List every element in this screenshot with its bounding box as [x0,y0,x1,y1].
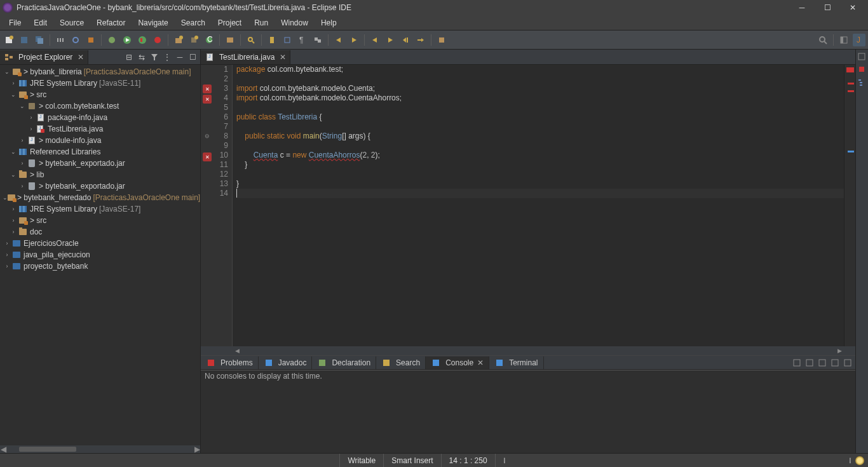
tree-item[interactable]: ⌄> col.com.bytebank.test [0,100,200,112]
minimize-icon[interactable] [830,358,840,368]
collapse-all-icon[interactable]: ⊟ [124,52,134,62]
tree-item[interactable]: ›> bytebank_exportado.jar [0,180,200,192]
menu-edit[interactable]: Edit [27,17,53,29]
error-marker-icon[interactable]: ✕ [203,152,212,161]
new-class-button[interactable]: C [203,34,215,46]
close-icon[interactable]: ✕ [78,53,84,62]
chevron-down-icon[interactable]: ⌄ [9,170,18,179]
display-console-icon[interactable] [804,358,815,368]
chevron-right-icon[interactable]: › [18,182,27,191]
chevron-right-icon[interactable]: › [18,136,27,145]
menu-run[interactable]: Run [248,17,275,29]
code-line[interactable]: Cuenta c = new CuentaAhorros(2, 2); [236,151,844,160]
next-annotation-button[interactable] [348,34,360,46]
editor-hscrollbar[interactable]: ◀ ▶ [201,346,855,355]
run-button[interactable] [121,34,133,46]
chevron-right-icon[interactable]: › [27,125,36,133]
menu-file[interactable]: File [3,17,27,29]
chevron-right-icon[interactable]: › [27,113,36,122]
new-button[interactable] [3,34,15,46]
chevron-right-icon[interactable]: › [9,227,18,236]
project-explorer-tab[interactable]: Project Explorer ✕ [0,50,88,64]
maximize-button[interactable]: ☐ [815,0,840,15]
toggle-mark-button[interactable] [266,34,278,46]
goto-button[interactable] [414,34,427,46]
menu-project[interactable]: Project [212,17,248,29]
tree-item[interactable]: ›JRE System Library [JavaSE-11] [0,78,200,89]
open-console-icon[interactable] [817,358,827,368]
overview-ruler[interactable] [844,65,855,346]
tree-item[interactable]: ›> module-info.java [0,135,200,146]
chevron-right-icon[interactable]: › [9,216,18,225]
maximize-view-icon[interactable]: ☐ [187,52,198,62]
tree-item[interactable]: ›EjerciciosOracle [0,238,200,249]
maximize-icon[interactable] [843,358,853,368]
tree-item[interactable]: ⌄Referenced Libraries [0,146,200,158]
tree-item[interactable]: ›> src [0,215,200,226]
menu-search[interactable]: Search [175,17,212,29]
new-java-proj-button[interactable] [172,34,185,46]
code-line[interactable] [236,103,844,112]
chevron-down-icon[interactable]: ⌄ [18,102,27,111]
minimize-view-icon[interactable]: ─ [175,52,185,62]
filter-icon[interactable] [149,52,159,62]
code-line[interactable]: } [236,160,844,170]
chevron-right-icon[interactable]: › [9,79,18,88]
save-button[interactable] [18,34,31,46]
code-line[interactable] [236,170,844,179]
minimize-button[interactable]: ─ [789,0,815,15]
chevron-right-icon[interactable]: › [3,262,11,271]
bottom-tab-declaration[interactable]: Declaration [312,356,376,369]
pin-console-icon[interactable] [792,358,802,368]
bottom-tab-terminal[interactable]: Terminal [489,356,543,369]
fold-icon[interactable]: ⊖ [201,133,214,142]
tree-item[interactable]: ⌄> lib [0,169,200,180]
new-package-button[interactable] [187,34,200,46]
coverage-button[interactable] [136,34,149,46]
menu-window[interactable]: Window [275,17,315,29]
menu-source[interactable]: Source [53,17,90,29]
tree-item[interactable]: ⌄> bybank_libreria [PracticasJavaOracleO… [0,66,200,78]
chevron-right-icon[interactable]: › [9,205,18,213]
line-gutter[interactable]: 1234567891011121314 [214,65,233,346]
bottom-tab-problems[interactable]: Problems [201,356,259,369]
scroll-left-icon[interactable]: ◀ [233,348,241,354]
view-menu-icon[interactable]: ⋮ [162,52,172,62]
scrollbar-thumb[interactable] [19,447,76,452]
tree-item[interactable]: ›package-info.java [0,112,200,123]
last-edit-button[interactable] [399,34,412,46]
error-marker-icon[interactable]: ✕ [203,95,212,104]
code-line[interactable] [236,122,844,132]
code-line[interactable]: import col.com.bytebank.modelo.CuentaAho… [236,93,844,103]
forward-button[interactable] [384,34,397,46]
status-menu-icon[interactable]: ⁞ [849,456,851,465]
code-line[interactable]: import col.com.bytebank.modelo.Cuenta; [236,84,844,93]
code-line[interactable]: public class TestLibreria { [236,112,844,122]
code-editor[interactable]: package col.com.bytebank.test;import col… [233,65,844,346]
task-list-icon[interactable] [857,65,867,75]
close-button[interactable]: ✕ [840,0,865,15]
java-perspective-button[interactable]: J [853,34,865,46]
save-all-button[interactable] [33,34,46,46]
code-line[interactable] [236,141,844,151]
link-editor-button[interactable] [311,34,324,46]
code-line[interactable]: } [236,179,844,189]
explorer-hscrollbar[interactable]: ◀▶ [0,445,200,453]
close-icon[interactable]: ✕ [477,358,484,367]
menu-navigate[interactable]: Navigate [132,17,174,29]
back-button[interactable] [369,34,381,46]
tree-item[interactable]: ›doc [0,226,200,238]
tree-item[interactable]: ›java_pila_ejecucion [0,249,200,261]
restore-view-icon[interactable] [857,52,867,62]
outline-icon[interactable] [857,78,867,88]
search-button[interactable] [245,34,257,46]
bottom-tab-javadoc[interactable]: Javadoc [259,356,313,369]
show-whitespace-button[interactable]: ¶ [296,34,309,46]
build-button[interactable] [85,34,97,46]
chevron-down-icon[interactable]: ⌄ [3,67,11,76]
tree-item[interactable]: ›> bytebank_exportado.jar [0,158,200,169]
marker-bar[interactable]: ✕✕⊖✕ [201,65,214,346]
menu-help[interactable]: Help [315,17,343,29]
close-icon[interactable]: ✕ [280,53,286,62]
chevron-right-icon[interactable]: › [3,250,11,259]
